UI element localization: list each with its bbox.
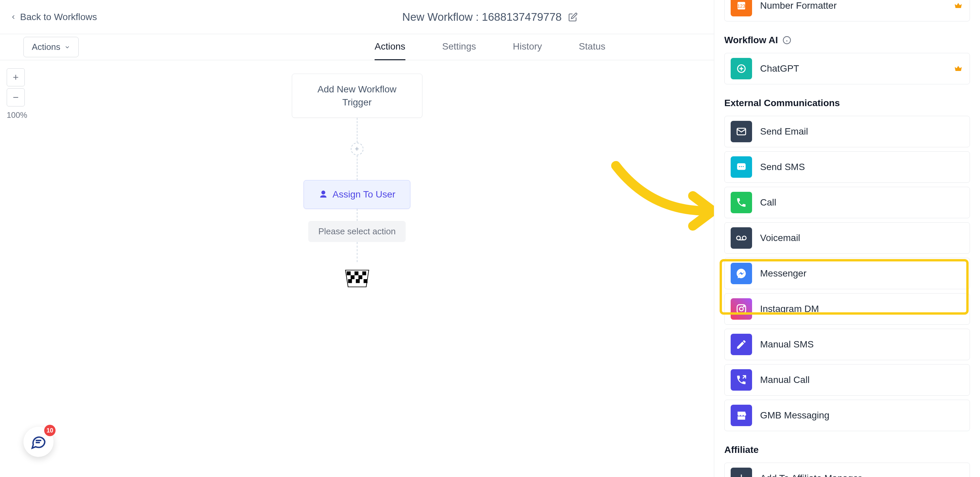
chevron-left-icon xyxy=(10,14,17,21)
back-label: Back to Workflows xyxy=(20,12,97,22)
action-label: GMB Messaging xyxy=(760,410,829,421)
user-icon xyxy=(319,190,328,199)
section-workflow-ai: Workflow AI xyxy=(724,35,970,46)
svg-point-24 xyxy=(743,306,745,307)
actions-sidebar: 123 Number Formatter Workflow AI ChatGPT… xyxy=(714,0,980,477)
svg-rect-3 xyxy=(350,275,355,280)
action-label: Call xyxy=(760,197,776,208)
action-label: Manual Call xyxy=(760,375,810,385)
action-manual-sms[interactable]: Manual SMS xyxy=(724,329,970,360)
action-label: Messenger xyxy=(760,268,807,279)
action-label: Manual SMS xyxy=(760,339,814,350)
add-step-button[interactable]: + xyxy=(351,143,363,155)
crown-icon xyxy=(953,64,963,73)
action-gmb-messaging[interactable]: GMB Messaging xyxy=(724,400,970,431)
svg-point-17 xyxy=(741,166,742,167)
phone-icon xyxy=(731,192,752,213)
trigger-line2: Trigger xyxy=(305,96,409,109)
select-action-label: Please select action xyxy=(318,226,396,236)
sms-icon xyxy=(731,156,752,178)
svg-rect-6 xyxy=(356,279,360,283)
chat-badge: 10 xyxy=(44,425,56,436)
action-label: Send SMS xyxy=(760,162,805,172)
workflow-title: New Workflow : 1688137479778 xyxy=(402,11,562,24)
action-label: Add To Affiliate Manager xyxy=(760,473,862,477)
external-comms-title: External Communications xyxy=(724,98,840,108)
connector-2 xyxy=(357,155,358,180)
select-action-node[interactable]: Please select action xyxy=(308,221,406,242)
action-messenger[interactable]: Messenger xyxy=(724,258,970,289)
action-number-formatter[interactable]: 123 Number Formatter xyxy=(724,0,970,21)
action-send-email[interactable]: Send Email xyxy=(724,116,970,147)
external-list: Send Email Send SMS Call Voicemail Messe… xyxy=(724,116,970,431)
action-instagram-dm[interactable]: Instagram DM xyxy=(724,293,970,325)
svg-rect-4 xyxy=(358,275,362,280)
svg-point-19 xyxy=(737,236,740,240)
action-send-sms[interactable]: Send SMS xyxy=(724,151,970,183)
action-label: Instagram DM xyxy=(760,304,819,314)
section-affiliate: Affiliate xyxy=(724,445,970,455)
tab-history[interactable]: History xyxy=(513,34,542,60)
info-icon[interactable] xyxy=(783,36,791,45)
action-manual-call[interactable]: Manual Call xyxy=(724,364,970,396)
svg-point-23 xyxy=(739,307,743,311)
back-link[interactable]: Back to Workflows xyxy=(10,12,97,22)
tab-actions[interactable]: Actions xyxy=(374,34,405,60)
section-external-comms: External Communications xyxy=(724,98,970,108)
connector-3 xyxy=(357,209,358,221)
handshake-icon xyxy=(731,467,752,477)
phone-out-icon xyxy=(731,369,752,391)
store-icon xyxy=(731,405,752,426)
action-label: ChatGPT xyxy=(760,63,799,74)
action-add-to-affiliate-manager[interactable]: Add To Affiliate Manager xyxy=(724,463,970,477)
zoom-level: 100% xyxy=(7,110,27,120)
connector-4 xyxy=(357,242,358,262)
tab-status[interactable]: Status xyxy=(579,34,605,60)
chevron-down-icon xyxy=(64,44,70,50)
svg-point-18 xyxy=(743,166,744,167)
workflow-graph: Add New Workflow Trigger + Assign To Use… xyxy=(292,74,422,288)
action-call[interactable]: Call xyxy=(724,187,970,218)
canvas: + − 100% Add New Workflow Trigger + Assi… xyxy=(0,60,714,477)
svg-rect-5 xyxy=(348,279,352,283)
number-formatter-icon: 123 xyxy=(731,0,752,16)
voicemail-icon xyxy=(731,227,752,249)
actions-dropdown[interactable]: Actions xyxy=(24,37,79,57)
svg-point-16 xyxy=(739,166,740,167)
action-label: Send Email xyxy=(760,126,808,137)
svg-text:123: 123 xyxy=(737,3,745,9)
edit-icon xyxy=(731,334,752,355)
edit-title-icon[interactable] xyxy=(568,13,578,22)
instagram-icon xyxy=(731,298,752,320)
svg-point-20 xyxy=(742,236,746,240)
trigger-line1: Add New Workflow xyxy=(305,83,409,96)
mail-icon xyxy=(731,121,752,142)
chat-widget-button[interactable]: 10 xyxy=(24,427,54,457)
finish-flag-icon xyxy=(344,269,370,288)
assign-to-user-node[interactable]: Assign To User xyxy=(304,180,410,209)
affiliate-list: Add To Affiliate Manager Update Affiliat… xyxy=(724,463,970,477)
assign-label: Assign To User xyxy=(333,189,396,200)
tabs: Actions Settings History Status xyxy=(374,34,606,60)
svg-rect-7 xyxy=(363,279,368,283)
actions-dropdown-label: Actions xyxy=(32,42,60,52)
action-label: Voicemail xyxy=(760,233,800,243)
chatgpt-icon xyxy=(731,58,752,80)
crown-icon xyxy=(953,1,963,10)
chat-icon xyxy=(30,434,47,450)
svg-rect-0 xyxy=(347,272,351,275)
annotation-arrow-icon xyxy=(609,159,720,236)
tab-settings[interactable]: Settings xyxy=(442,34,476,60)
action-voicemail[interactable]: Voicemail xyxy=(724,222,970,254)
zoom-out-button[interactable]: − xyxy=(7,88,25,107)
zoom-in-button[interactable]: + xyxy=(7,68,25,86)
zoom-controls: + − 100% xyxy=(7,68,27,120)
action-chatgpt[interactable]: ChatGPT xyxy=(724,53,970,84)
svg-rect-2 xyxy=(362,272,366,275)
action-label: Number Formatter xyxy=(760,0,837,11)
trigger-node[interactable]: Add New Workflow Trigger xyxy=(292,74,422,118)
title-wrap: New Workflow : 1688137479778 xyxy=(402,11,578,24)
connector-1 xyxy=(357,118,358,143)
messenger-icon xyxy=(731,263,752,284)
svg-rect-1 xyxy=(355,272,358,275)
